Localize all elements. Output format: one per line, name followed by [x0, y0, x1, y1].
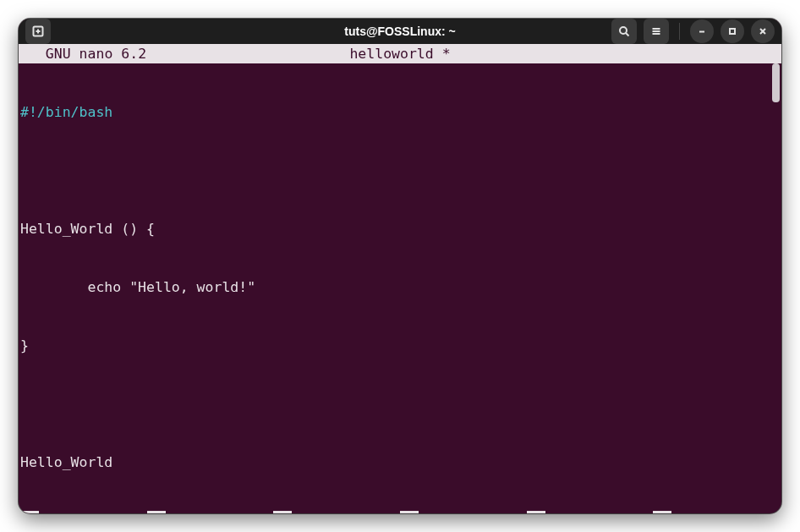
editor-line: Hello_World () { [20, 219, 780, 239]
shortcut-key: ^K [400, 511, 419, 513]
scrollbar-thumb[interactable] [772, 63, 780, 102]
shebang-line: #!/bin/bash [20, 104, 112, 120]
editor-content[interactable]: #!/bin/bash Hello_World () { echo "Hello… [19, 63, 781, 511]
shortcut-label: Where Is [297, 511, 364, 513]
shortcut-label: Cut [424, 511, 449, 513]
minimize-button[interactable] [690, 19, 714, 43]
shortcut-key: ^O [147, 511, 166, 513]
maximize-icon [727, 26, 737, 36]
terminal-window: tuts@FOSSLinux: ~ [19, 19, 781, 513]
maximize-button[interactable] [721, 19, 744, 43]
editor-line: } [20, 336, 780, 355]
new-tab-button[interactable] [25, 19, 51, 44]
search-button[interactable] [611, 19, 637, 44]
shortcut-whereis: ^WWhere Is [273, 511, 400, 513]
new-tab-icon [32, 25, 44, 37]
nano-filename: helloworld * [19, 44, 781, 63]
shortcut-location: ^CLocation [653, 511, 780, 513]
nano-header: GNU nano 6.2 helloworld * [19, 44, 781, 63]
search-icon [618, 25, 630, 37]
nano-shortcuts: ^GHelp ^OWrite Out ^WWhere Is ^KCut ^TEx… [19, 511, 781, 513]
svg-rect-9 [730, 29, 735, 34]
shortcut-label: Write Out [171, 511, 246, 513]
svg-point-3 [620, 27, 627, 34]
terminal-area[interactable]: GNU nano 6.2 helloworld * #!/bin/bash He… [19, 44, 781, 513]
close-button[interactable] [751, 19, 775, 43]
hamburger-icon [650, 25, 662, 37]
shortcut-cut: ^KCut [400, 511, 527, 513]
editor-line: Hello_World [20, 452, 780, 472]
menu-button[interactable] [644, 19, 669, 44]
shortcut-execute: ^TExecute [527, 511, 654, 513]
titlebar: tuts@FOSSLinux: ~ [19, 19, 781, 44]
svg-line-4 [626, 33, 629, 36]
shortcut-label: Execute [551, 511, 610, 513]
shortcut-writeout: ^OWrite Out [147, 511, 274, 513]
editor-line [20, 161, 780, 180]
shortcut-key: ^W [273, 511, 292, 513]
minimize-icon [697, 26, 707, 36]
shortcut-label: Location [677, 511, 743, 513]
shortcut-key: ^C [653, 511, 671, 513]
editor-line [20, 394, 780, 414]
shortcut-label: Help [44, 511, 78, 513]
shortcut-help: ^GHelp [20, 511, 147, 513]
titlebar-separator [679, 23, 680, 40]
close-icon [758, 26, 768, 36]
shortcut-key: ^T [527, 511, 545, 513]
editor-line: echo "Hello, world!" [20, 277, 780, 297]
shortcut-key: ^G [20, 511, 39, 513]
